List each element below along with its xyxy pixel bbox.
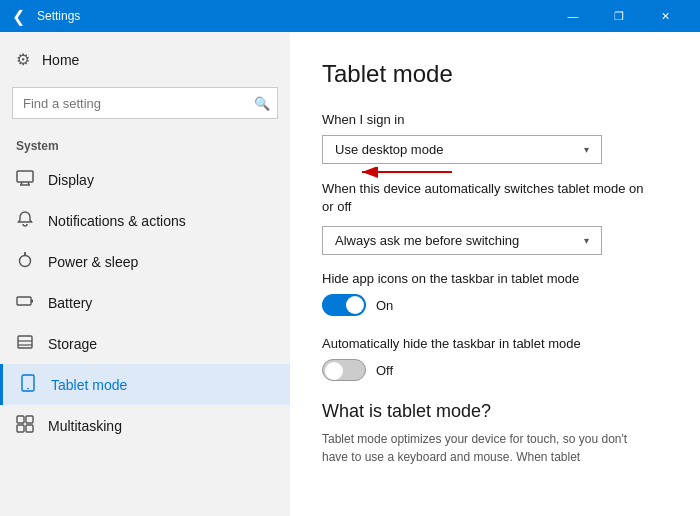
auto-switch-label: When this device automatically switches … <box>322 180 652 216</box>
signin-mode-dropdown[interactable]: Use desktop mode ▾ <box>322 135 602 164</box>
close-button[interactable]: ✕ <box>642 0 688 32</box>
svg-rect-13 <box>17 416 24 423</box>
power-icon <box>16 251 34 272</box>
multitasking-label: Multitasking <box>48 418 122 434</box>
battery-icon <box>16 292 34 313</box>
home-icon: ⚙ <box>16 50 30 69</box>
sidebar: ⚙ Home 🔍 System Display Notifications & … <box>0 32 290 516</box>
toggle1-label: Hide app icons on the taskbar in tablet … <box>322 271 652 286</box>
dropdown2-chevron-icon: ▾ <box>584 235 589 246</box>
page-title: Tablet mode <box>322 60 668 88</box>
signin-mode-value: Use desktop mode <box>335 142 443 157</box>
sign-in-label: When I sign in <box>322 112 668 127</box>
sidebar-item-multitasking[interactable]: Multitasking <box>0 405 290 446</box>
back-button[interactable]: ❮ <box>12 7 25 26</box>
toggle1-switch[interactable] <box>322 294 366 316</box>
title-bar: ❮ Settings — ❐ ✕ <box>0 0 700 32</box>
window-controls: — ❐ ✕ <box>550 0 688 32</box>
svg-point-4 <box>20 256 31 267</box>
what-is-desc: Tablet mode optimizes your device for to… <box>322 430 652 466</box>
search-input[interactable] <box>12 87 278 119</box>
tablet-icon <box>19 374 37 395</box>
what-is-title: What is tablet mode? <box>322 401 668 422</box>
toggle1-knob <box>346 296 364 314</box>
display-icon <box>16 169 34 190</box>
toggle1-state: On <box>376 298 393 313</box>
storage-label: Storage <box>48 336 97 352</box>
toggle2-label: Automatically hide the taskbar in tablet… <box>322 336 652 351</box>
notifications-icon <box>16 210 34 231</box>
sidebar-item-power[interactable]: Power & sleep <box>0 241 290 282</box>
tablet-label: Tablet mode <box>51 377 127 393</box>
dropdown1-chevron-icon: ▾ <box>584 144 589 155</box>
toggle2-state: Off <box>376 363 393 378</box>
power-label: Power & sleep <box>48 254 138 270</box>
minimize-button[interactable]: — <box>550 0 596 32</box>
storage-icon <box>16 333 34 354</box>
svg-rect-0 <box>17 171 33 182</box>
toggle1-control: On <box>322 294 668 316</box>
toggle1-row: Hide app icons on the taskbar in tablet … <box>322 271 668 316</box>
auto-switch-value: Always ask me before switching <box>335 233 519 248</box>
display-label: Display <box>48 172 94 188</box>
app-body: ⚙ Home 🔍 System Display Notifications & … <box>0 32 700 516</box>
svg-point-12 <box>27 388 29 390</box>
svg-rect-16 <box>26 425 33 432</box>
svg-rect-15 <box>17 425 24 432</box>
sidebar-item-storage[interactable]: Storage <box>0 323 290 364</box>
toggle2-knob <box>325 362 343 380</box>
sidebar-item-display[interactable]: Display <box>0 159 290 200</box>
toggle2-row: Automatically hide the taskbar in tablet… <box>322 336 668 381</box>
toggle2-switch[interactable] <box>322 359 366 381</box>
sidebar-item-battery[interactable]: Battery <box>0 282 290 323</box>
toggle2-control: Off <box>322 359 668 381</box>
auto-switch-dropdown[interactable]: Always ask me before switching ▾ <box>322 226 602 255</box>
notifications-label: Notifications & actions <box>48 213 186 229</box>
svg-rect-7 <box>31 300 33 303</box>
content-area: Tablet mode When I sign in Use desktop m… <box>290 32 700 516</box>
sidebar-item-tablet[interactable]: Tablet mode <box>0 364 290 405</box>
multitasking-icon <box>16 415 34 436</box>
restore-button[interactable]: ❐ <box>596 0 642 32</box>
sidebar-home[interactable]: ⚙ Home <box>0 40 290 79</box>
sidebar-item-notifications[interactable]: Notifications & actions <box>0 200 290 241</box>
svg-rect-14 <box>26 416 33 423</box>
battery-label: Battery <box>48 295 92 311</box>
title-bar-title: Settings <box>37 9 550 23</box>
sidebar-home-label: Home <box>42 52 79 68</box>
search-box: 🔍 <box>12 87 278 119</box>
svg-rect-8 <box>18 336 32 348</box>
search-icon: 🔍 <box>254 96 270 111</box>
section-label: System <box>0 127 290 159</box>
svg-rect-6 <box>17 297 31 305</box>
